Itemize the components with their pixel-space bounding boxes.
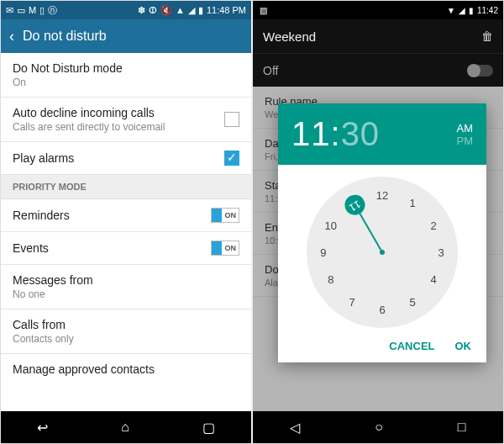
nav-bar: ↩ ⌂ ▢ xyxy=(1,411,251,443)
clock-face[interactable]: 11 12 1 2 3 4 5 6 7 8 9 10 11 xyxy=(307,177,458,328)
page-title: Weekend xyxy=(263,29,316,44)
header: Weekend 🗑 xyxy=(253,19,503,53)
row-sub: Calls are sent directly to voicemail xyxy=(13,121,165,133)
status-bar: ▧ ▼ ◢ ▮ 11:42 xyxy=(253,1,503,19)
wifi-icon: ▲ xyxy=(176,6,185,15)
gmail-icon: M xyxy=(29,6,36,15)
row-title: Messages from xyxy=(13,273,93,287)
screenshot-icon: ▧ xyxy=(260,6,267,15)
nfc-icon: ⓝ xyxy=(48,6,57,15)
row-sub: No one xyxy=(13,288,93,300)
home-nav-icon[interactable]: ⌂ xyxy=(121,420,129,435)
dnd-icon: ✽ xyxy=(138,6,145,15)
row-messages-from[interactable]: Messages from No one xyxy=(1,265,251,309)
pm-label[interactable]: PM xyxy=(457,135,474,147)
section-header: PRIORITY MODE xyxy=(1,175,251,199)
ok-button[interactable]: OK xyxy=(455,340,472,352)
row-auto-decline[interactable]: Auto decline incoming calls Calls are se… xyxy=(1,98,251,142)
picker-minute[interactable]: 30 xyxy=(341,115,381,152)
row-title: Do Not Disturb mode xyxy=(13,61,123,75)
bt-icon: ⵀ xyxy=(149,6,157,15)
picker-header: 11:30 AM PM xyxy=(278,103,486,165)
row-events[interactable]: Events ON xyxy=(1,232,251,265)
row-title: Calls from xyxy=(13,318,74,331)
checkbox-checked[interactable] xyxy=(224,151,239,166)
title-bar: ‹ Do not disturb xyxy=(1,19,251,53)
row-manage-contacts[interactable]: Manage approved contacts xyxy=(1,354,251,384)
sim-icon: ▯ xyxy=(39,6,45,15)
row-reminders[interactable]: Reminders ON xyxy=(1,199,251,232)
clock-hand[interactable]: 11 xyxy=(354,204,383,252)
off-row[interactable]: Off xyxy=(253,53,503,87)
back-icon[interactable]: ‹ xyxy=(9,28,14,45)
switch-off[interactable] xyxy=(468,65,493,77)
off-label: Off xyxy=(263,64,278,77)
recent-nav-icon[interactable]: ▢ xyxy=(202,420,215,436)
left-phone: ✉ ▭ M ▯ ⓝ ✽ ⵀ 🔇 ▲ ◢ ▮ 11:48 PM ‹ Do not … xyxy=(1,1,251,443)
time-picker-dialog: 11:30 AM PM 11 12 1 2 3 4 xyxy=(278,103,486,362)
recent-nav-icon[interactable]: □ xyxy=(458,420,466,435)
back-nav-icon[interactable]: ↩ xyxy=(37,420,48,436)
signal-icon: ◢ xyxy=(188,6,195,15)
right-phone: ▧ ▼ ◢ ▮ 11:42 Weekend 🗑 Off Rule name We… xyxy=(251,1,503,443)
row-sub: Contacts only xyxy=(13,333,74,345)
row-title: Events xyxy=(13,241,49,255)
delete-icon[interactable]: 🗑 xyxy=(481,29,493,43)
battery-icon: ▮ xyxy=(198,6,203,15)
row-dnd-mode[interactable]: Do Not Disturb mode On xyxy=(1,53,251,98)
row-title: Reminders xyxy=(13,209,70,222)
wifi-icon: ▼ xyxy=(447,6,455,15)
clock-text: 11:48 PM xyxy=(207,6,246,15)
back-nav-icon[interactable]: ◁ xyxy=(290,420,300,436)
am-label[interactable]: AM xyxy=(457,122,474,135)
row-title: Manage approved contacts xyxy=(13,362,155,376)
mute-icon: 🔇 xyxy=(160,6,172,15)
settings-list: Do Not Disturb mode On Auto decline inco… xyxy=(1,53,251,411)
toggle-on[interactable]: ON xyxy=(211,240,239,256)
checkbox-unchecked[interactable] xyxy=(224,112,239,127)
row-title: Auto decline incoming calls xyxy=(13,106,165,119)
picker-hour[interactable]: 11 xyxy=(291,115,331,152)
row-play-alarms[interactable]: Play alarms xyxy=(1,142,251,175)
clock-text: 11:42 xyxy=(477,6,498,15)
row-title: Play alarms xyxy=(13,151,74,165)
chat-icon: ▭ xyxy=(17,6,25,15)
cancel-button[interactable]: CANCEL xyxy=(389,340,434,352)
nav-bar: ◁ ○ □ xyxy=(253,411,503,443)
status-bar: ✉ ▭ M ▯ ⓝ ✽ ⵀ 🔇 ▲ ◢ ▮ 11:48 PM xyxy=(1,1,251,19)
home-nav-icon[interactable]: ○ xyxy=(375,420,383,435)
background-list: Rule name Weekend Days Fri, Sat Start ti… xyxy=(253,87,503,411)
page-title: Do not disturb xyxy=(23,29,107,44)
toggle-on[interactable]: ON xyxy=(211,208,239,223)
battery-icon: ▮ xyxy=(469,6,474,15)
mail-icon: ✉ xyxy=(6,6,13,15)
row-calls-from[interactable]: Calls from Contacts only xyxy=(1,309,251,354)
row-sub: On xyxy=(13,77,123,88)
signal-icon: ◢ xyxy=(459,6,465,15)
